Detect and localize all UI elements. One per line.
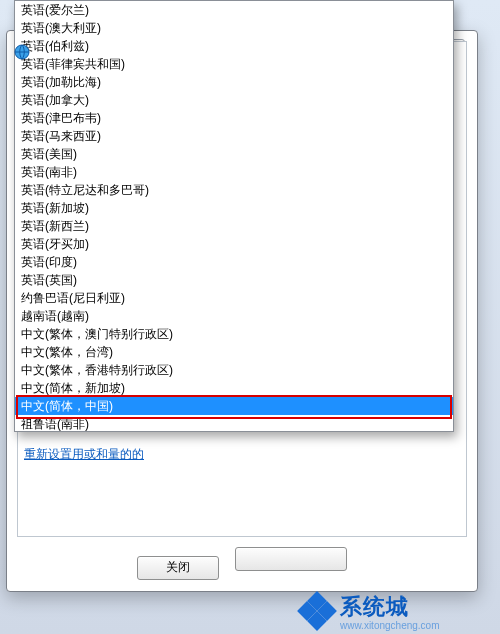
watermark-brand: 系统城 [340,594,409,619]
language-option[interactable]: 英语(澳大利亚) [15,19,453,37]
language-option[interactable]: 英语(新西兰) [15,217,453,235]
language-option[interactable]: 约鲁巴语(尼日利亚) [15,289,453,307]
watermark-url: www.xitongcheng.com [340,620,440,631]
language-option[interactable]: 中文(简体，新加坡) [15,379,453,397]
language-option[interactable]: 中文(简体，中国) [15,397,453,415]
language-option[interactable]: 英语(牙买加) [15,235,453,253]
globe-icon [14,44,30,60]
language-option[interactable]: 英语(特立尼达和多巴哥) [15,181,453,199]
secondary-button[interactable] [235,547,347,571]
language-option[interactable]: 英语(爱尔兰) [15,1,453,19]
language-dropdown[interactable]: 英语(爱尔兰)英语(澳大利亚)英语(伯利兹)英语(菲律宾共和国)英语(加勒比海)… [14,0,454,432]
dialog-button-row: 关闭 [7,547,477,579]
language-option[interactable]: 英语(新加坡) [15,199,453,217]
language-option[interactable]: 越南语(越南) [15,307,453,325]
close-button[interactable]: 关闭 [137,556,219,580]
language-option[interactable]: 英语(美国) [15,145,453,163]
screenshot-stage: ✕ 关闭 重新设置用或和量的的 英语(爱尔兰)英语(澳大利亚)英语(伯利兹)英语… [0,0,500,634]
language-option[interactable]: 祖鲁语(南非) [15,415,453,431]
language-option[interactable]: 英语(南非) [15,163,453,181]
watermark: 系统城 www.xitongcheng.com [300,588,500,634]
language-option[interactable]: 中文(繁体，澳门特别行政区) [15,325,453,343]
language-option[interactable]: 英语(加勒比海) [15,73,453,91]
watermark-logo [300,594,334,628]
language-option[interactable]: 英语(印度) [15,253,453,271]
language-option[interactable]: 中文(繁体，香港特别行政区) [15,361,453,379]
reset-link[interactable]: 重新设置用或和量的的 [24,446,144,463]
language-option[interactable]: 英语(马来西亚) [15,127,453,145]
language-option[interactable]: 英语(英国) [15,271,453,289]
language-option[interactable]: 英语(菲律宾共和国) [15,55,453,73]
language-option[interactable]: 英语(伯利兹) [15,37,453,55]
language-option[interactable]: 中文(繁体，台湾) [15,343,453,361]
language-option[interactable]: 英语(津巴布韦) [15,109,453,127]
language-option[interactable]: 英语(加拿大) [15,91,453,109]
